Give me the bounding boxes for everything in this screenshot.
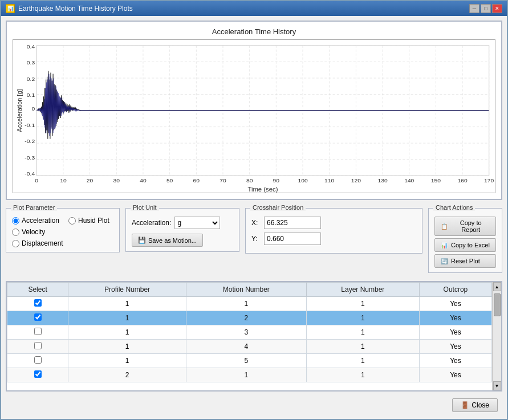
velocity-radio[interactable]	[12, 229, 19, 236]
scroll-down-button[interactable]: ▼	[493, 381, 501, 390]
svg-text:100: 100	[298, 177, 308, 184]
displacement-radio[interactable]	[12, 240, 19, 247]
close-icon: 🚪	[461, 401, 469, 409]
row-checkbox[interactable]	[34, 370, 42, 378]
svg-text:160: 160	[458, 177, 468, 184]
svg-text:50: 50	[166, 177, 173, 184]
col-outcrop: Outcrop	[419, 283, 491, 297]
cell-outcrop: Yes	[419, 297, 491, 311]
table-row[interactable]: 141Yes	[7, 340, 492, 354]
row-checkbox[interactable]	[34, 299, 42, 307]
svg-text:0.2: 0.2	[27, 76, 35, 82]
x-coord-input[interactable]	[264, 217, 321, 229]
acceleration-radio[interactable]	[12, 217, 19, 225]
cell-layer: 1	[306, 340, 419, 354]
husid-radio-item[interactable]: Husid Plot	[68, 217, 109, 225]
minimize-button[interactable]: ─	[469, 4, 479, 13]
husid-radio[interactable]	[68, 217, 76, 225]
plot-unit-label: Plot Unit	[131, 204, 159, 211]
svg-text:30: 30	[113, 177, 120, 184]
acceleration-unit-label: Acceleration:	[132, 219, 171, 227]
cell-outcrop: Yes	[419, 311, 491, 325]
row-checkbox[interactable]	[34, 356, 42, 364]
displacement-label: Displacement	[22, 239, 63, 247]
velocity-radio-item[interactable]: Velocity	[12, 228, 113, 236]
plot-parameter-group: Acceleration Husid Plot Velocity Displ	[12, 217, 113, 247]
window-close-button[interactable]: ✕	[492, 4, 502, 13]
main-content: Acceleration Time History	[1, 16, 507, 419]
cell-outcrop: Yes	[419, 325, 491, 340]
table-scroll[interactable]: Select Profile Number Motion Number Laye…	[7, 282, 492, 390]
reset-plot-button[interactable]: 🔄 Reset Plot	[434, 254, 496, 268]
y-coord-row: Y:	[251, 233, 416, 245]
svg-text:110: 110	[324, 177, 335, 184]
crosshair-label: Crosshair Position	[250, 204, 306, 211]
cell-outcrop: Yes	[419, 368, 491, 382]
cell-profile: 1	[68, 325, 186, 340]
svg-text:120: 120	[351, 177, 361, 184]
svg-text:0: 0	[31, 105, 35, 112]
svg-text:0.3: 0.3	[27, 60, 35, 66]
checkbox-cell[interactable]	[7, 311, 68, 325]
table-row[interactable]: 131Yes	[7, 325, 492, 340]
row-checkbox[interactable]	[34, 328, 42, 335]
cell-motion: 5	[186, 354, 306, 368]
table-row[interactable]: 111Yes	[7, 297, 492, 311]
husid-label: Husid Plot	[78, 217, 109, 225]
velocity-label: Velocity	[22, 228, 45, 236]
cell-motion: 1	[186, 368, 306, 382]
acceleration-radio-item[interactable]: Acceleration	[12, 217, 59, 225]
table-row[interactable]: 151Yes	[7, 354, 492, 368]
y-coord-input[interactable]	[264, 233, 321, 245]
col-motion: Motion Number	[186, 283, 306, 297]
scroll-thumb[interactable]	[494, 293, 501, 316]
svg-text:80: 80	[246, 177, 253, 184]
cell-motion: 3	[186, 325, 306, 340]
displacement-radio-item[interactable]: Displacement	[12, 239, 113, 247]
checkbox-cell[interactable]	[7, 354, 68, 368]
chart-area: Acceleration Time History	[6, 21, 502, 200]
copy-to-report-button[interactable]: 📋 Copy to Report	[434, 217, 496, 236]
svg-text:150: 150	[431, 177, 441, 184]
svg-text:Time (sec): Time (sec)	[247, 186, 278, 193]
window-title: Earthquake Motion Time History Plots	[18, 5, 133, 13]
close-button[interactable]: 🚪 Close	[452, 398, 498, 412]
checkbox-cell[interactable]	[7, 368, 68, 382]
radio-row-1: Acceleration Husid Plot	[12, 217, 113, 225]
svg-text:40: 40	[140, 177, 147, 184]
checkbox-cell[interactable]	[7, 340, 68, 354]
maximize-button[interactable]: □	[481, 4, 491, 13]
checkbox-cell[interactable]	[7, 297, 68, 311]
svg-text:90: 90	[273, 177, 280, 184]
cell-layer: 1	[306, 325, 419, 340]
save-as-motion-button[interactable]: 💾 Save as Motion...	[132, 234, 203, 247]
unit-select[interactable]: g m/s² ft/s² cm/s²	[174, 217, 220, 229]
row-checkbox[interactable]	[34, 342, 42, 349]
scroll-up-button[interactable]: ▲	[493, 282, 501, 291]
copy-report-icon: 📋	[440, 222, 448, 230]
copy-excel-label: Copy to Excel	[451, 242, 490, 248]
plot-parameter-panel: Plot Parameter Acceleration Husid Plot	[6, 208, 120, 252]
cell-profile: 1	[68, 297, 186, 311]
svg-text:-0.1: -0.1	[25, 122, 35, 128]
bottom-bar: 🚪 Close	[6, 396, 502, 414]
close-button-label: Close	[472, 401, 489, 409]
table-row[interactable]: 211Yes	[7, 368, 492, 382]
chart-svg: 0.4 0.3 0.2 0.1 0 -0.1 -0.2 -0.3 -0.4 0 …	[13, 40, 495, 193]
svg-text:170: 170	[484, 177, 494, 184]
vertical-scrollbar[interactable]: ▲ ▼	[492, 282, 501, 390]
table-header-row: Select Profile Number Motion Number Laye…	[7, 283, 492, 297]
table-row[interactable]: 121Yes	[7, 311, 492, 325]
y-coord-label: Y:	[251, 235, 261, 243]
row-checkbox[interactable]	[34, 313, 42, 321]
cell-profile: 1	[68, 340, 186, 354]
checkbox-cell[interactable]	[7, 325, 68, 340]
cell-motion: 4	[186, 340, 306, 354]
copy-to-excel-button[interactable]: 📊 Copy to Excel	[434, 238, 496, 252]
cell-motion: 1	[186, 297, 306, 311]
svg-text:140: 140	[404, 177, 414, 184]
cell-outcrop: Yes	[419, 340, 491, 354]
acceleration-label: Acceleration	[22, 217, 59, 225]
title-bar: 📊 Earthquake Motion Time History Plots ─…	[1, 1, 507, 16]
svg-text:0: 0	[35, 177, 38, 184]
